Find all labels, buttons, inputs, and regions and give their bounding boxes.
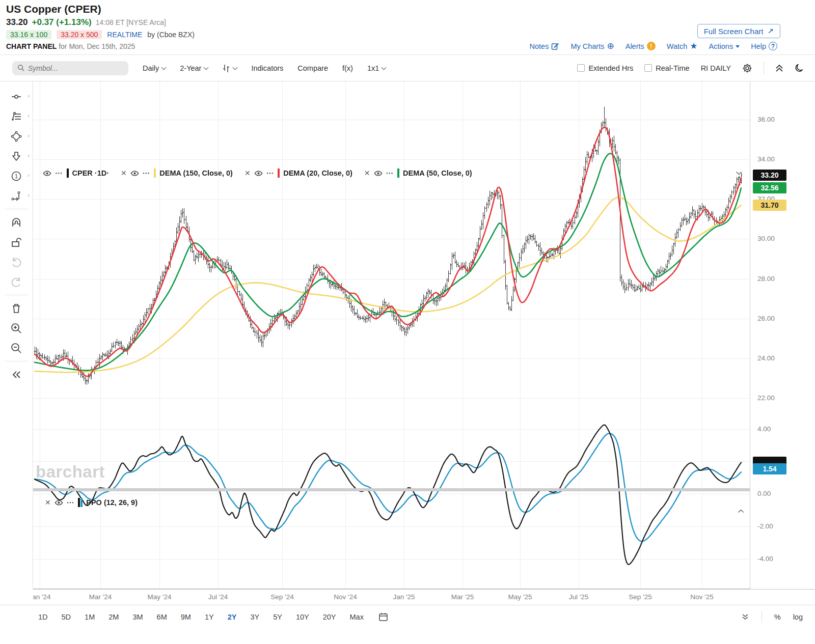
collapse-up-icon[interactable]: [775, 64, 783, 73]
gear-icon[interactable]: [742, 63, 752, 73]
series-color-swatch: [78, 498, 80, 507]
time-tick-label: Sep '24: [270, 593, 293, 601]
eye-icon[interactable]: [254, 170, 263, 177]
time-axis[interactable]: Jan '24Mar '24May '24Jul '24Sep '24Nov '…: [33, 589, 750, 605]
chart-type-dropdown[interactable]: [222, 64, 237, 73]
range-button-5y[interactable]: 5Y: [273, 613, 282, 621]
actions-menu[interactable]: Actions: [709, 42, 740, 50]
period-dropdown[interactable]: Daily: [143, 64, 166, 72]
ppo-signal-badge: 1.54: [753, 463, 786, 474]
legend-cper[interactable]: ⋯ CPER ·1D·: [43, 169, 109, 178]
more-options-icon[interactable]: ⋯: [55, 169, 63, 177]
more-options-icon[interactable]: ⋯: [386, 169, 394, 177]
range-button-1y[interactable]: 1Y: [205, 613, 214, 621]
checkbox-icon[interactable]: [577, 64, 585, 72]
eye-icon[interactable]: [55, 499, 63, 506]
trendline-tool[interactable]: ›: [6, 87, 26, 106]
collapse-sidebar-button[interactable]: [6, 365, 26, 384]
range-button-20y[interactable]: 20Y: [323, 613, 336, 621]
panel-splitter-handle[interactable]: [33, 488, 750, 491]
watch-link[interactable]: Watch ★: [667, 41, 698, 51]
more-options-icon[interactable]: ⋯: [67, 498, 75, 507]
time-tick-label: Jul '24: [208, 593, 228, 601]
delete-drawings-button[interactable]: [6, 298, 26, 318]
range-button-3y[interactable]: 3Y: [250, 613, 259, 621]
fullscreen-chart-button[interactable]: Full Screen Chart ↗: [697, 24, 780, 38]
alerts-link[interactable]: Alerts !: [626, 42, 656, 50]
price-tick-label: 30.00: [757, 235, 775, 242]
range-button-2y[interactable]: 2Y: [228, 613, 237, 621]
eye-icon[interactable]: [130, 170, 139, 177]
bid-quote: 33.16 x 100: [6, 30, 51, 39]
range-button-9m[interactable]: 9M: [181, 613, 191, 621]
price-chart-canvas[interactable]: [33, 81, 750, 589]
legend-dema50-label: DEMA (50, Close, 0): [403, 169, 472, 177]
edit-note-icon: [551, 42, 559, 50]
time-tick-label: Jul '25: [569, 593, 589, 601]
checkbox-icon[interactable]: [644, 64, 652, 72]
time-tick-label: Sep '25: [629, 593, 651, 601]
chart-panel-date: for Mon, Dec 15th, 2025: [59, 42, 135, 50]
legend-ppo[interactable]: ✕ ⋯ PPO (12, 26, 9): [45, 498, 138, 507]
layout-dropdown[interactable]: 1x1: [367, 64, 386, 72]
symbol-search-input[interactable]: [28, 64, 115, 72]
remove-study-icon[interactable]: ✕: [244, 169, 251, 177]
measure-tool[interactable]: ›: [6, 186, 26, 206]
compare-button[interactable]: Compare: [297, 64, 328, 72]
zoom-out-button[interactable]: [6, 338, 26, 358]
range-button-3m[interactable]: 3M: [132, 613, 143, 621]
quote-time: 14:08 ET [NYSE Arca]: [96, 18, 166, 26]
log-scale-button[interactable]: log: [793, 613, 803, 621]
legend-dema50[interactable]: ✕ ⋯ DEMA (50, Close, 0): [364, 169, 472, 178]
unlock-tool[interactable]: [6, 232, 26, 252]
dark-mode-moon-icon[interactable]: [795, 63, 805, 73]
range-button-6m[interactable]: 6M: [157, 613, 167, 621]
remove-study-icon[interactable]: ✕: [121, 169, 127, 177]
template-name[interactable]: RI DAILY: [701, 64, 731, 72]
magnet-tool[interactable]: [6, 212, 26, 232]
barchart-watermark: barchart: [36, 462, 105, 482]
percent-scale-button[interactable]: %: [774, 613, 781, 621]
redo-button[interactable]: [6, 272, 26, 292]
eye-icon[interactable]: [374, 170, 383, 177]
time-tick-label: Jan '24: [33, 593, 51, 601]
range-button-10y[interactable]: 10Y: [296, 613, 309, 621]
range-toolbar: 1D5D1M2M3M6M9M1Y2Y3Y5Y10Y20YMax % log: [0, 605, 815, 628]
time-tick-label: Mar '24: [89, 593, 112, 601]
indicators-button[interactable]: Indicators: [251, 64, 283, 72]
legend-dema20[interactable]: ✕ ⋯ DEMA (20, Close, 0): [244, 169, 352, 178]
my-charts-link[interactable]: My Charts ⊕: [570, 41, 614, 51]
eye-icon[interactable]: [43, 170, 51, 177]
range-button-5d[interactable]: 5D: [62, 613, 71, 621]
collapse-ppo-panel-icon[interactable]: [738, 509, 744, 513]
remove-study-icon[interactable]: ✕: [364, 169, 370, 177]
more-options-icon[interactable]: ⋯: [266, 169, 275, 177]
zoom-in-button[interactable]: [6, 318, 26, 338]
range-button-2m[interactable]: 2M: [108, 613, 119, 621]
notes-link[interactable]: Notes: [530, 42, 560, 50]
double-chevron-down-icon[interactable]: [741, 613, 749, 621]
calendar-icon[interactable]: [378, 612, 388, 622]
symbol-search[interactable]: [12, 61, 128, 75]
range-dropdown[interactable]: 2-Year: [180, 64, 208, 72]
series-color-swatch: [67, 169, 69, 178]
undo-button[interactable]: [6, 252, 26, 272]
shapes-tool[interactable]: ›: [6, 126, 26, 146]
real-time-checkbox[interactable]: Real-Time: [644, 64, 689, 72]
arrow-tool[interactable]: ›: [6, 146, 26, 166]
range-button-max[interactable]: Max: [350, 613, 364, 621]
remove-study-icon[interactable]: ✕: [45, 498, 51, 507]
numbered-marker-tool[interactable]: 1›: [6, 166, 26, 186]
more-options-icon[interactable]: ⋯: [143, 169, 151, 177]
chevron-down-icon: [382, 65, 387, 70]
price-axis[interactable]: 36.0034.0032.0030.0028.0026.0024.0022.00…: [750, 81, 815, 589]
range-button-1d[interactable]: 1D: [38, 613, 48, 621]
range-button-1m[interactable]: 1M: [85, 613, 95, 621]
last-price-badge: 33.20: [753, 170, 786, 181]
legend-dema150[interactable]: ✕ ⋯ DEMA (150, Close, 0): [121, 169, 233, 178]
help-link[interactable]: Help ?: [751, 42, 777, 50]
fx-button[interactable]: f(x): [342, 64, 353, 72]
extended-hrs-checkbox[interactable]: Extended Hrs: [577, 64, 633, 72]
collapse-price-panel-icon[interactable]: [736, 171, 742, 176]
annotation-tool[interactable]: ›: [6, 106, 26, 126]
